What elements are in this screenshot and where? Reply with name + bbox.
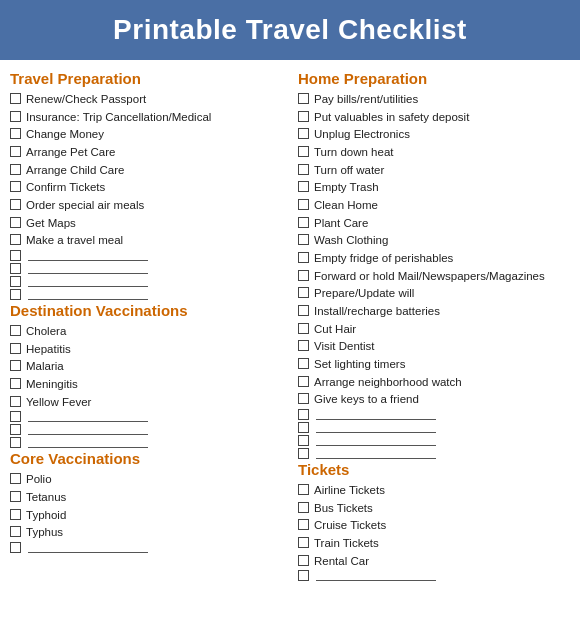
checkbox[interactable] [298, 484, 309, 495]
checklist-item[interactable]: Make a travel meal [10, 232, 282, 249]
checklist-item[interactable]: Unplug Electronics [298, 126, 570, 143]
checklist-item[interactable]: Empty Trash [298, 179, 570, 196]
checklist-item[interactable]: Set lighting timers [298, 356, 570, 373]
checkbox[interactable] [10, 146, 21, 157]
checkbox[interactable] [298, 287, 309, 298]
checkbox[interactable] [298, 422, 309, 433]
checkbox[interactable] [10, 424, 21, 435]
blank-line[interactable] [298, 435, 570, 446]
checkbox[interactable] [10, 289, 21, 300]
blank-line[interactable] [10, 424, 282, 435]
checklist-item[interactable]: Malaria [10, 358, 282, 375]
checklist-item[interactable]: Prepare/Update will [298, 285, 570, 302]
checkbox[interactable] [298, 93, 309, 104]
checklist-item[interactable]: Typhus [10, 524, 282, 541]
checkbox[interactable] [10, 437, 21, 448]
checkbox[interactable] [298, 252, 309, 263]
checklist-item[interactable]: Bus Tickets [298, 500, 570, 517]
checkbox[interactable] [10, 473, 21, 484]
checklist-item[interactable]: Order special air meals [10, 197, 282, 214]
checkbox[interactable] [10, 509, 21, 520]
checkbox[interactable] [10, 263, 21, 274]
checkbox[interactable] [298, 555, 309, 566]
checklist-item[interactable]: Put valuables in safety deposit [298, 109, 570, 126]
checkbox[interactable] [298, 164, 309, 175]
checklist-item[interactable]: Cholera [10, 323, 282, 340]
checkbox[interactable] [10, 526, 21, 537]
checkbox[interactable] [10, 276, 21, 287]
blank-line[interactable] [10, 542, 282, 553]
checkbox[interactable] [298, 409, 309, 420]
checklist-item[interactable]: Turn off water [298, 162, 570, 179]
checkbox[interactable] [298, 435, 309, 446]
checkbox[interactable] [10, 199, 21, 210]
blank-line[interactable] [10, 289, 282, 300]
checkbox[interactable] [10, 360, 21, 371]
checkbox[interactable] [10, 325, 21, 336]
checklist-item[interactable]: Hepatitis [10, 341, 282, 358]
checkbox[interactable] [298, 448, 309, 459]
checkbox[interactable] [298, 217, 309, 228]
checkbox[interactable] [10, 181, 21, 192]
checkbox[interactable] [298, 181, 309, 192]
checklist-item[interactable]: Get Maps [10, 215, 282, 232]
checklist-item[interactable]: Arrange Child Care [10, 162, 282, 179]
checklist-item[interactable]: Clean Home [298, 197, 570, 214]
checklist-item[interactable]: Plant Care [298, 215, 570, 232]
checkbox[interactable] [10, 217, 21, 228]
blank-line[interactable] [298, 570, 570, 581]
checklist-item[interactable]: Confirm Tickets [10, 179, 282, 196]
checkbox[interactable] [298, 570, 309, 581]
checklist-item[interactable]: Change Money [10, 126, 282, 143]
checkbox[interactable] [10, 234, 21, 245]
checkbox[interactable] [298, 358, 309, 369]
checkbox[interactable] [298, 305, 309, 316]
blank-line[interactable] [10, 250, 282, 261]
checkbox[interactable] [10, 111, 21, 122]
checkbox[interactable] [298, 323, 309, 334]
checkbox[interactable] [10, 378, 21, 389]
checkbox[interactable] [298, 376, 309, 387]
checklist-item[interactable]: Insurance: Trip Cancellation/Medical [10, 109, 282, 126]
checkbox[interactable] [298, 393, 309, 404]
checkbox[interactable] [10, 542, 21, 553]
checklist-item[interactable]: Arrange Pet Care [10, 144, 282, 161]
checkbox[interactable] [10, 396, 21, 407]
checklist-item[interactable]: Meningitis [10, 376, 282, 393]
checklist-item[interactable]: Wash Clothing [298, 232, 570, 249]
checkbox[interactable] [10, 128, 21, 139]
checklist-item[interactable]: Polio [10, 471, 282, 488]
checkbox[interactable] [10, 250, 21, 261]
blank-line[interactable] [10, 437, 282, 448]
checklist-item[interactable]: Rental Car [298, 553, 570, 570]
checkbox[interactable] [298, 111, 309, 122]
blank-line[interactable] [298, 409, 570, 420]
checklist-item[interactable]: Install/recharge batteries [298, 303, 570, 320]
blank-line[interactable] [298, 422, 570, 433]
checklist-item[interactable]: Renew/Check Passport [10, 91, 282, 108]
checkbox[interactable] [298, 270, 309, 281]
checkbox[interactable] [10, 343, 21, 354]
blank-line[interactable] [298, 448, 570, 459]
checkbox[interactable] [298, 199, 309, 210]
checklist-item[interactable]: Yellow Fever [10, 394, 282, 411]
checkbox[interactable] [10, 491, 21, 502]
checkbox[interactable] [298, 537, 309, 548]
checklist-item[interactable]: Forward or hold Mail/Newspapers/Magazine… [298, 268, 570, 285]
checklist-item[interactable]: Arrange neighborhood watch [298, 374, 570, 391]
checkbox[interactable] [298, 146, 309, 157]
checklist-item[interactable]: Typhoid [10, 507, 282, 524]
checklist-item[interactable]: Cruise Tickets [298, 517, 570, 534]
checklist-item[interactable]: Airline Tickets [298, 482, 570, 499]
checklist-item[interactable]: Turn down heat [298, 144, 570, 161]
checkbox[interactable] [10, 411, 21, 422]
blank-line[interactable] [10, 263, 282, 274]
checkbox[interactable] [298, 128, 309, 139]
blank-line[interactable] [10, 276, 282, 287]
checklist-item[interactable]: Visit Dentist [298, 338, 570, 355]
checklist-item[interactable]: Cut Hair [298, 321, 570, 338]
checkbox[interactable] [10, 93, 21, 104]
checklist-item[interactable]: Tetanus [10, 489, 282, 506]
checkbox[interactable] [298, 340, 309, 351]
checkbox[interactable] [298, 234, 309, 245]
